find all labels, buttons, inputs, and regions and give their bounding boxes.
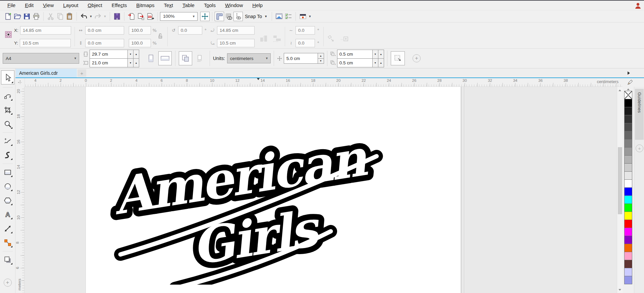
palette-swatch-gray-80[interactable] [624, 115, 632, 123]
x-position-field[interactable]: 14.85 cm [20, 26, 71, 35]
palette-swatch-no-color[interactable] [624, 91, 632, 99]
treat-as-filled-toggle[interactable] [391, 51, 405, 65]
undo-dropdown[interactable]: ▼ [89, 12, 93, 21]
units-combobox[interactable]: centimeters ▼ [227, 53, 271, 63]
freehand-tool[interactable] [2, 135, 13, 147]
redo-dropdown[interactable]: ▼ [103, 12, 107, 21]
landscape-orientation-button[interactable] [158, 51, 172, 65]
docker-expand-icon[interactable] [628, 71, 630, 75]
current-page-size-button[interactable] [193, 51, 206, 65]
nudge-distance-field[interactable]: 5.0 cm [284, 53, 318, 63]
crop-tool[interactable] [2, 104, 13, 116]
vertical-scrollbar[interactable] [617, 87, 623, 293]
palette-swatch-pink[interactable] [624, 252, 632, 260]
mirror-vertical-icon[interactable] [273, 35, 281, 42]
palette-swatch-gray-60[interactable] [624, 131, 632, 139]
palette-swatch-cyan[interactable] [624, 195, 632, 204]
menu-view[interactable]: View [38, 1, 58, 10]
page-width-field[interactable]: 29.7 cm [90, 52, 127, 57]
palette-swatch-gray-40[interactable] [624, 147, 632, 156]
object-height-field[interactable]: 0.0 cm [85, 39, 124, 47]
search-content-button[interactable] [112, 12, 122, 21]
mirror-horizontal-icon[interactable] [260, 35, 268, 42]
nudge-increment[interactable]: ▲ [318, 53, 324, 59]
redo-button[interactable] [93, 12, 103, 21]
account-avatar-icon[interactable] [634, 2, 642, 10]
palette-swatch-periwinkle[interactable] [624, 276, 632, 284]
menu-layout[interactable]: Layout [58, 1, 83, 10]
palette-swatch-brown[interactable] [624, 260, 632, 268]
palette-swatch-blue[interactable] [624, 187, 632, 196]
horizontal-ruler[interactable]: centimeters 4202468101214161820222426283… [25, 78, 623, 87]
all-pages-size-button[interactable] [179, 51, 192, 65]
object-origin-icon[interactable] [3, 26, 14, 38]
palette-swatch-white[interactable] [624, 179, 632, 188]
print-button[interactable] [32, 12, 41, 21]
rotation-angle-field[interactable]: 0.0 [178, 26, 202, 35]
menu-text[interactable]: Text [159, 1, 178, 10]
zoom-level-combobox[interactable]: 100% ▼ [160, 12, 198, 21]
import-button[interactable] [127, 12, 136, 21]
portrait-orientation-button[interactable] [144, 51, 158, 65]
palette-swatch-orange[interactable] [624, 244, 632, 252]
palette-swatch-magenta[interactable] [624, 228, 632, 236]
palette-swatch-gray-90[interactable] [624, 107, 632, 115]
y-position-field[interactable]: 10.5 cm [20, 39, 71, 47]
duplicate-x-field[interactable]: 0.5 cm [337, 52, 372, 57]
export-button[interactable] [136, 12, 146, 21]
palette-swatch-purple[interactable] [624, 236, 632, 244]
show-rulers-toggle[interactable] [215, 12, 224, 21]
document-tab[interactable]: American Girls.cdr [16, 69, 77, 77]
palette-swatch-yellow[interactable] [624, 212, 632, 220]
menu-effects[interactable]: Effects [107, 1, 132, 10]
drop-shadow-tool[interactable] [2, 254, 13, 266]
undo-button[interactable] [79, 12, 89, 21]
drawing-canvas[interactable]: American Girls American Girls [24, 87, 617, 293]
save-document-button[interactable] [22, 12, 32, 21]
ruler-origin-button[interactable] [15, 78, 25, 87]
duplicate-x-increment[interactable]: ▲ [378, 50, 384, 58]
palette-swatch-gray-50[interactable] [624, 139, 632, 148]
apply-to-duplicate-icon[interactable] [327, 35, 335, 42]
vertical-ruler[interactable]: meters 20181614121086 [15, 87, 24, 293]
palette-swatch-red[interactable] [624, 220, 632, 228]
menu-file[interactable]: File [3, 1, 20, 10]
checklist-button[interactable] [284, 12, 293, 21]
text-tool[interactable]: A [2, 209, 13, 220]
american-girls-logo[interactable]: American Girls American Girls [91, 127, 399, 285]
snap-to-dropdown[interactable]: Snap To ▼ [243, 14, 269, 19]
paste-button[interactable] [65, 12, 74, 21]
duplicate-y-field[interactable]: 0.5 cm [337, 60, 372, 65]
palette-swatch-green[interactable] [624, 203, 632, 212]
new-document-button[interactable] [3, 12, 13, 21]
palette-swatch-black[interactable] [624, 99, 632, 107]
skew-horizontal-field[interactable]: 0.0 [296, 26, 315, 35]
menu-bitmaps[interactable]: Bitmaps [131, 1, 159, 10]
relative-to-object-icon[interactable] [340, 35, 349, 42]
publish-pdf-button[interactable]: PDF [146, 12, 155, 21]
page-width-increment[interactable]: ▲ [133, 50, 139, 58]
new-document-tab-button[interactable]: + [77, 69, 86, 77]
duplicate-y-decrement[interactable]: ▼ [372, 59, 378, 67]
copy-button[interactable] [55, 12, 65, 21]
menu-edit[interactable]: Edit [20, 1, 38, 10]
palette-swatch-gray-30[interactable] [624, 155, 632, 164]
menu-object[interactable]: Object [83, 1, 107, 10]
palette-swatch-gray-20[interactable] [624, 163, 632, 172]
ellipse-tool[interactable] [2, 181, 13, 192]
rotation-center-y-field[interactable]: 10.5 cm [217, 39, 255, 47]
customize-property-bar-button[interactable]: + [413, 54, 421, 62]
polygon-tool[interactable] [2, 195, 13, 206]
show-grid-toggle[interactable] [224, 12, 233, 21]
docker-tab-guidelines[interactable]: Guidelines [635, 89, 644, 140]
lock-ratio-toggle[interactable] [158, 26, 163, 39]
menu-tools[interactable]: Tools [199, 1, 220, 10]
object-width-field[interactable]: 0.0 cm [85, 26, 124, 35]
menu-table[interactable]: Table [178, 1, 199, 10]
application-launcher-button[interactable] [298, 12, 308, 21]
palette-swatch-gray-10[interactable] [624, 171, 632, 180]
show-guidelines-toggle[interactable] [233, 12, 243, 21]
pan-button[interactable] [200, 12, 210, 21]
palette-swatch-gray-70[interactable] [624, 123, 632, 131]
shape-tool[interactable] [2, 90, 13, 102]
